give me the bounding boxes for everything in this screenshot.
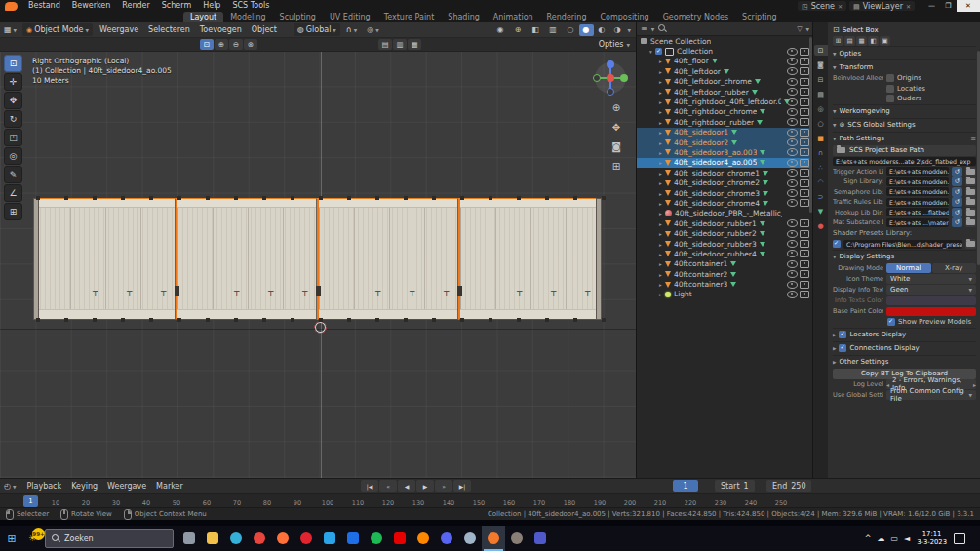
disable-render-icon[interactable] (800, 169, 809, 177)
section-other-settings[interactable]: Other Settings (833, 355, 976, 369)
disable-render-icon[interactable] (800, 48, 809, 56)
select-mode-new[interactable]: ⊡ (200, 39, 214, 50)
shading-dropdown-icon[interactable] (628, 25, 631, 34)
properties-tab-material[interactable]: ● (814, 220, 828, 231)
expand-arrow-icon[interactable] (656, 138, 665, 147)
toggle-b[interactable]: ▥ (393, 39, 407, 50)
hide-viewport-icon[interactable] (787, 48, 798, 56)
blender-logo-icon[interactable] (5, 2, 18, 11)
viewlayer-selector[interactable]: ViewLayer (849, 1, 915, 11)
shader-presets-field[interactable]: C:\Program Files\Blen...d\shader_presets… (843, 240, 962, 249)
workspace-tab[interactable]: Sculpting (273, 12, 323, 22)
outliner-item[interactable]: 40ft_sidedoor_rubber2 (637, 228, 813, 238)
hide-viewport-icon[interactable] (787, 189, 798, 197)
global-settings-dropdown[interactable]: From Common Config File (886, 390, 976, 400)
disable-render-icon[interactable] (800, 199, 809, 207)
outliner-item[interactable]: 40ft_sidedoor4_ao.005 (637, 158, 813, 168)
section-locators[interactable]: Locators Display (833, 328, 976, 341)
library-path-field[interactable]: E:\ets+ats modden... (886, 167, 949, 176)
section-path-settings[interactable]: Path Settings (833, 132, 976, 145)
hide-viewport-icon[interactable] (787, 78, 798, 86)
relative-path-icon[interactable]: ↺ (952, 197, 962, 207)
expand-arrow-icon[interactable] (656, 178, 665, 187)
expand-arrow-icon[interactable] (656, 118, 665, 127)
outliner-item[interactable]: 40ft_rightdoor_40ft_leftdoor.001 (637, 97, 813, 106)
snap-toggle[interactable] (342, 23, 361, 36)
collection-checkbox[interactable] (655, 48, 662, 55)
properties-tab-modifiers[interactable]: ∩ (814, 147, 828, 158)
relative-path-icon[interactable]: ↺ (952, 217, 962, 227)
workspace-tab[interactable]: Geometry Nodes (656, 12, 735, 22)
disable-render-icon[interactable] (800, 118, 809, 126)
hide-viewport-icon[interactable] (787, 291, 798, 298)
outliner-item[interactable]: 40ft_sidedoor1 (637, 128, 813, 138)
viewport-menu-item[interactable]: Selecteren (143, 25, 195, 34)
disable-render-icon[interactable] (800, 291, 809, 298)
shading-material[interactable]: ◐ (595, 24, 609, 36)
action-center-icon[interactable] (954, 533, 965, 544)
outliner-item[interactable]: 40ftcontainer3 (637, 279, 813, 289)
workspace-tab[interactable]: Modeling (223, 12, 272, 22)
gizmo-z-axis[interactable] (607, 60, 614, 68)
tool-header-icon-2[interactable]: ▤ (844, 36, 855, 46)
expand-arrow-icon[interactable] (656, 259, 665, 268)
app-edge[interactable] (224, 526, 248, 551)
frame-end-field[interactable]: End250 (766, 480, 811, 492)
expand-arrow-icon[interactable] (656, 98, 665, 106)
current-frame-field[interactable]: 1 (673, 480, 698, 492)
affect-checkbox-row[interactable]: Origins (886, 73, 925, 84)
viewport-menu-item[interactable]: Weergave (95, 25, 143, 34)
checkbox-icon[interactable] (886, 95, 894, 102)
browse-folder-button[interactable] (965, 217, 976, 227)
disable-render-icon[interactable] (800, 230, 809, 238)
tool-rotate[interactable]: ↻ (4, 110, 22, 128)
start-button[interactable]: ⊞ (0, 526, 23, 551)
gizmo-x-axis[interactable] (607, 74, 614, 82)
toggle-a[interactable]: ▤ (378, 39, 392, 50)
app-steam[interactable] (458, 526, 482, 551)
container-panel[interactable] (176, 198, 317, 320)
drawing-mode-normal[interactable]: Normal (886, 263, 931, 273)
select-mode-intersect[interactable]: ⊗ (244, 39, 257, 50)
outliner-item[interactable]: 40ft_sidedoor_rubber4 (637, 249, 813, 258)
outliner-item[interactable]: Light (637, 290, 813, 299)
disable-render-icon[interactable] (800, 78, 809, 86)
show-preview-row[interactable]: Show Preview Models (833, 317, 976, 328)
outliner-item[interactable]: 40ftcontainer2 (637, 269, 813, 279)
disable-render-icon[interactable] (800, 67, 809, 75)
outliner-item[interactable]: 40ft_leftdoor (637, 66, 813, 76)
expand-arrow-icon[interactable] (656, 199, 665, 208)
hide-viewport-icon[interactable] (787, 58, 798, 65)
clock[interactable]: 17:11 3-3-2023 (917, 531, 947, 546)
show-preview-checkbox[interactable] (887, 318, 895, 326)
library-path-field[interactable]: E:\ets+ats modden... (886, 177, 949, 186)
frame-start-field[interactable]: Start1 (715, 480, 755, 492)
hide-viewport-icon[interactable] (787, 148, 798, 156)
object-visibility-dropdown[interactable]: ◉ (493, 24, 508, 36)
expand-arrow-icon[interactable] (656, 77, 665, 86)
scs-base-path-button[interactable]: SCS Project Base Path (833, 145, 976, 156)
tray-volume-icon[interactable]: ◄ (904, 534, 910, 543)
workspace-tab[interactable]: Texture Paint (377, 12, 442, 22)
app-discord[interactable] (435, 526, 458, 551)
disable-render-icon[interactable] (800, 270, 809, 278)
menubar-item[interactable]: Scherm (156, 0, 197, 12)
taskbar-search[interactable]: Zoeken (45, 529, 174, 548)
app-teams[interactable] (529, 526, 552, 551)
show-overlays-toggle[interactable]: ◧ (529, 24, 543, 36)
container-panel[interactable] (317, 198, 458, 320)
properties-tab-physics[interactable]: ◠ (814, 177, 828, 187)
properties-tab-constraints[interactable]: ⊃ (814, 191, 828, 202)
tool-add-cube[interactable]: ⊞ (4, 203, 22, 220)
properties-tab-particles[interactable]: ∴ (814, 162, 828, 173)
app-firefox[interactable] (271, 526, 294, 551)
expand-arrow-icon[interactable] (656, 219, 665, 228)
hide-viewport-icon[interactable] (787, 138, 798, 146)
affect-checkbox-row[interactable]: Locaties (886, 84, 925, 95)
hide-viewport-icon[interactable] (787, 250, 798, 257)
play-reverse-button[interactable]: ◀ (398, 480, 415, 492)
zoom-icon[interactable]: ⊕ (609, 101, 623, 114)
expand-arrow-icon[interactable] (656, 107, 665, 116)
hide-viewport-icon[interactable] (787, 98, 798, 106)
properties-tab-data[interactable]: ▼ (814, 206, 828, 216)
